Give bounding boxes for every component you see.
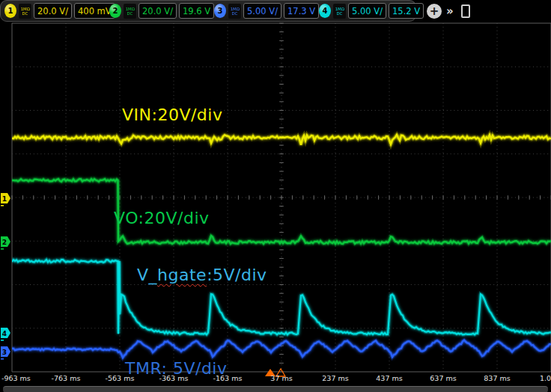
ground-marker-ch4[interactable]: 4 xyxy=(1,328,10,341)
label-text: V_ xyxy=(137,266,157,284)
svg-text:3: 3 xyxy=(2,349,7,356)
graticule xyxy=(12,23,551,372)
trace-vhgate xyxy=(12,260,551,334)
ground-marker-ch2[interactable]: 2 xyxy=(1,236,10,250)
time-tick-label: 237 ms xyxy=(322,374,348,382)
misspelled-word: hgate xyxy=(157,266,207,284)
svg-text:2: 2 xyxy=(2,239,7,246)
time-tick-label: 837 ms xyxy=(484,374,510,382)
svg-text:1: 1 xyxy=(2,195,7,203)
trace-label-vo: VO:20V/div xyxy=(114,209,210,227)
trace-label-tmr: TMR: 5V/div xyxy=(125,359,228,378)
time-tick-label: 437 ms xyxy=(376,374,402,382)
ground-marker-ch1[interactable]: 1 xyxy=(1,193,10,206)
time-tick-label: 1.0 xyxy=(540,374,551,382)
trace-label-vhgate: V_hgate:5V/div xyxy=(137,266,267,284)
trace-label-vin: VIN:20V/div xyxy=(122,105,222,124)
bottom-swipe-bar[interactable] xyxy=(3,386,548,392)
time-tick-label: -963 ms xyxy=(1,374,31,382)
trace-vin xyxy=(12,135,551,145)
time-tick-label: 637 ms xyxy=(430,374,456,382)
oscilloscope-screen: 1 1MΩ DC 20.0 V/ 400 mV 2 1MΩ DC 20.0 V/… xyxy=(0,0,551,392)
trace-tmr xyxy=(12,340,551,358)
label-text: :5V/div xyxy=(207,266,267,284)
time-tick-label: -763 ms xyxy=(52,374,81,382)
time-tick-label: 37 ms xyxy=(270,374,292,382)
svg-text:4: 4 xyxy=(2,330,7,337)
waveform-display: 1243 xyxy=(0,0,551,392)
ground-marker-ch3[interactable]: 3 xyxy=(1,346,10,360)
time-axis: -963 ms-763 ms-563 ms-363 ms-163 ms37 ms… xyxy=(0,374,551,385)
